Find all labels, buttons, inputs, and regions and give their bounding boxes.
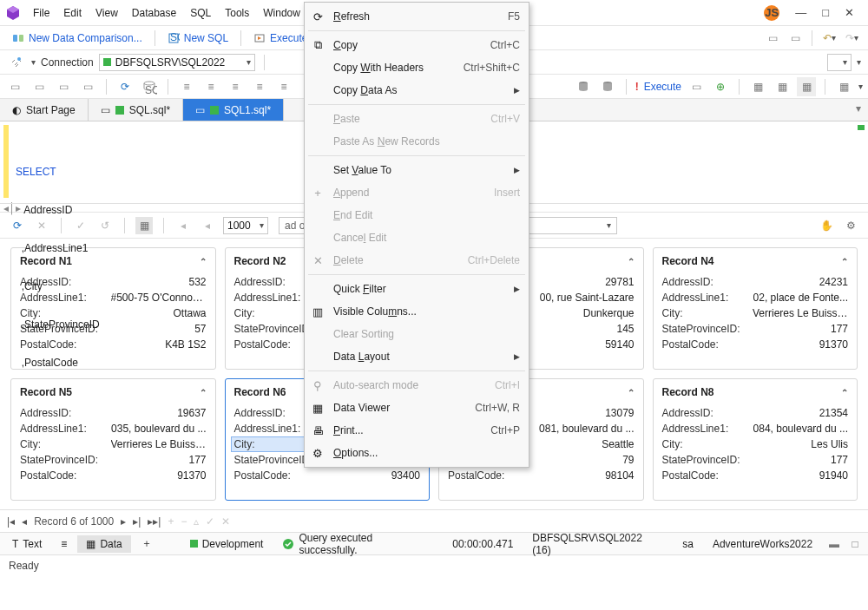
tb-ico-14[interactable]: ▦ xyxy=(797,77,816,96)
tb-ico-3[interactable]: ▭ xyxy=(54,77,73,96)
ctx-icon: ⚲ xyxy=(310,379,326,392)
menu-edit[interactable]: Edit xyxy=(56,3,89,23)
layout-icon-2[interactable]: □ xyxy=(845,535,865,554)
ctx-icon: ✕ xyxy=(310,254,326,267)
ctx-copy-data-as[interactable]: Copy Data As▶ xyxy=(305,79,529,102)
db-icon-2[interactable] xyxy=(598,77,617,96)
card-row-city: City:Les Ulis xyxy=(662,436,849,452)
tb-ico-8[interactable]: ≡ xyxy=(250,77,269,96)
tb-ico-9[interactable]: ≡ xyxy=(274,77,293,96)
menu-view[interactable]: View xyxy=(89,3,125,23)
ctx-options-[interactable]: ⚙Options... xyxy=(305,442,529,464)
ctx-quick-filter[interactable]: Quick Filter▶ xyxy=(305,278,529,300)
database-select[interactable]: ▾ xyxy=(827,54,852,71)
sql-mode-icon[interactable]: SQL xyxy=(140,77,159,96)
tab-sql[interactable]: ▭ SQL.sql* xyxy=(89,99,183,121)
undo-button[interactable]: ↶ ▾ xyxy=(819,29,838,48)
nav-next[interactable]: ▸ xyxy=(121,515,126,528)
menubar: FileEditViewDatabaseSQLToolsWindowHe xyxy=(26,3,334,23)
maximize-button[interactable]: □ xyxy=(822,6,829,19)
text-icon: T xyxy=(12,538,18,550)
new-sql-button[interactable]: SQL New SQL xyxy=(162,30,233,47)
nav-first[interactable]: |◂ xyxy=(7,515,15,528)
tb-ico-12[interactable]: ▦ xyxy=(748,77,767,96)
ctx-set-value-to[interactable]: Set Value To▶ xyxy=(305,159,529,181)
tb-ico-7[interactable]: ≡ xyxy=(226,77,245,96)
window-controls: JS — □ ✕ xyxy=(764,5,863,21)
minimize-button[interactable]: — xyxy=(795,6,806,19)
tb-ico-15[interactable]: ▦ xyxy=(834,77,853,96)
card-row-addressline1: AddressLine1:035, boulevard du ... xyxy=(20,421,207,436)
ctx-delete: ✕DeleteCtrl+Delete xyxy=(305,249,529,272)
layout-icon-1[interactable]: ▬ xyxy=(825,535,844,554)
data-icon: ▦ xyxy=(86,538,95,550)
nav-del[interactable]: − xyxy=(181,515,187,528)
ctx-append: +AppendInsert xyxy=(305,181,529,204)
record-card[interactable]: Record N8⌃AddressID:21354AddressLine1:08… xyxy=(653,378,858,501)
close-button[interactable]: ✕ xyxy=(845,6,854,19)
execute-link[interactable]: Execute xyxy=(644,81,681,93)
status-text: Ready xyxy=(9,560,39,572)
tabs-overflow[interactable]: ▾ xyxy=(849,99,868,118)
tb-ico-11[interactable]: ⊕ xyxy=(711,77,730,96)
nav-cancel[interactable]: ✕ xyxy=(221,515,230,528)
toolbar-icon-1[interactable]: ▭ xyxy=(763,29,782,48)
connection-value: DBFSQLSRV\SQL2022 xyxy=(115,56,226,69)
nav-fastfwd[interactable]: ▸▸| xyxy=(148,515,161,528)
new-data-comparison-button[interactable]: New Data Comparison... xyxy=(7,30,148,47)
exec-status-segment: Query executed successfully. xyxy=(273,529,442,559)
ctx-data-layout[interactable]: Data Layout▶ xyxy=(305,345,529,368)
tab-add[interactable]: ＋ xyxy=(133,534,161,554)
tb-ico-1[interactable]: ▭ xyxy=(5,77,24,96)
submenu-arrow: ▶ xyxy=(514,285,520,293)
nav-last[interactable]: ▸| xyxy=(133,515,141,528)
menu-file[interactable]: File xyxy=(26,3,56,23)
refresh-icon[interactable]: ⟳ xyxy=(115,77,135,96)
ctx-visible-columns-[interactable]: ▥Visible Columns... xyxy=(305,300,529,323)
nav-add[interactable]: + xyxy=(168,515,174,528)
status-square-icon xyxy=(210,106,219,115)
tab-data[interactable]: ▦Data xyxy=(77,535,130,553)
ctx-data-viewer[interactable]: ▦Data ViewerCtrl+W, R xyxy=(305,397,529,419)
menu-sql[interactable]: SQL xyxy=(183,3,218,23)
tab-text[interactable]: TText xyxy=(3,535,50,553)
user-badge[interactable]: JS xyxy=(764,5,779,21)
svg-point-8 xyxy=(17,57,21,61)
menu-database[interactable]: Database xyxy=(125,3,183,23)
tab-sql1[interactable]: ▭ SQL1.sql* xyxy=(183,99,284,121)
ctx-copy-with-headers[interactable]: Copy With HeadersCtrl+Shift+C xyxy=(305,56,529,79)
db-icon-1[interactable] xyxy=(574,77,593,96)
server-segment: DBFSQLSRV\SQL2022 (16) xyxy=(523,529,672,559)
record-card[interactable]: Record N5⌃AddressID:19637AddressLine1:03… xyxy=(10,378,216,501)
ctx-print-[interactable]: 🖶Print...Ctrl+P xyxy=(305,419,529,442)
tb-ico-10[interactable]: ▭ xyxy=(687,77,706,96)
tab-start-page[interactable]: ◐ Start Page xyxy=(0,99,89,121)
tb-ico-4[interactable]: ▭ xyxy=(78,77,97,96)
nav-prev[interactable]: ◂ xyxy=(22,515,27,528)
connection-select[interactable]: DBFSQLSRV\SQL2022 ▾ xyxy=(99,54,255,71)
menu-window[interactable]: Window xyxy=(256,3,307,23)
tab-spacer1[interactable]: ≡ xyxy=(52,535,76,553)
gutter-highlight xyxy=(3,125,9,198)
ctx-refresh[interactable]: ⟳RefreshF5 xyxy=(305,5,529,28)
ctx-icon: ▥ xyxy=(310,305,326,318)
sql-file-icon: ▭ xyxy=(195,104,205,116)
ctx-paste-as-new-records: Paste As New Records xyxy=(305,130,529,153)
menu-tools[interactable]: Tools xyxy=(218,3,256,23)
tb-ico-13[interactable]: ▦ xyxy=(773,77,792,96)
toolbar-icon-2[interactable]: ▭ xyxy=(786,29,805,48)
ctx-copy[interactable]: ⧉CopyCtrl+C xyxy=(305,34,529,56)
tb-ico-2[interactable]: ▭ xyxy=(30,77,49,96)
svg-rect-2 xyxy=(13,35,17,42)
app-icon xyxy=(5,5,21,21)
ctx-icon: ⧉ xyxy=(310,38,326,52)
tb-ico-5[interactable]: ≡ xyxy=(177,77,196,96)
nav-commit[interactable]: ✓ xyxy=(206,515,214,528)
sql-file-icon: ▭ xyxy=(101,104,110,116)
db-segment: AdventureWorks2022 xyxy=(704,535,821,553)
nav-edit[interactable]: ▵ xyxy=(194,515,199,528)
exclaim-icon: ! xyxy=(635,81,639,93)
redo-button[interactable]: ↷ ▾ xyxy=(842,29,861,48)
tb-ico-6[interactable]: ≡ xyxy=(201,77,220,96)
card-row-stateprovinceid: StateProvinceID:177 xyxy=(662,452,849,468)
